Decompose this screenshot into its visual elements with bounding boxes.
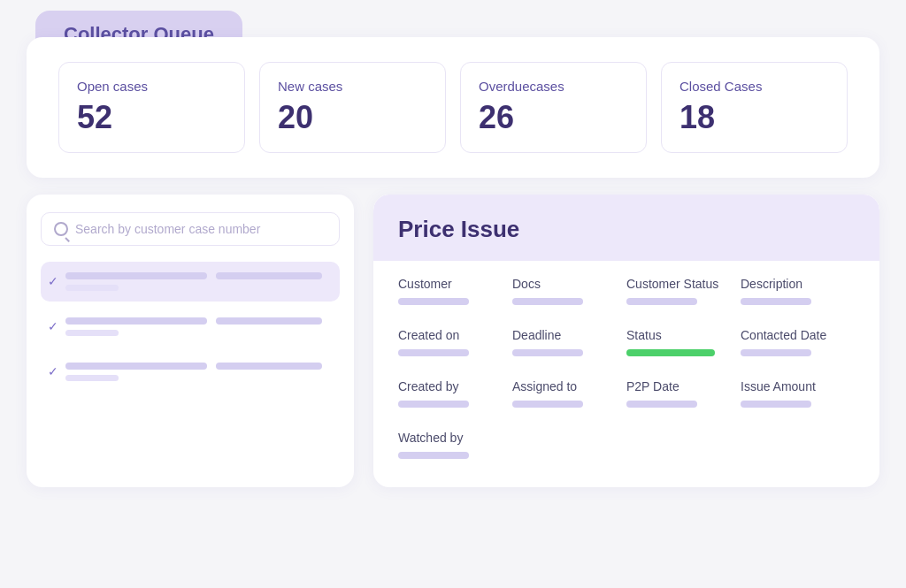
stat-item: New cases 20 [259,62,446,153]
detail-cell [626,415,741,466]
detail-cell: Customer Status [626,261,741,312]
detail-cell: Created on [398,312,512,363]
detail-field-label: Watched by [398,431,512,445]
list-item[interactable]: ✓ [41,352,340,392]
stat-item: Overduecases 26 [460,62,647,153]
detail-field-value [741,298,811,305]
detail-field-label: Docs [512,277,626,291]
detail-field-label: Customer [398,277,512,291]
stat-label: New cases [278,79,427,94]
detail-cell: Docs [512,261,626,312]
detail-cell: Issue Amount [741,363,855,415]
detail-field-label: Contacted Date [741,328,855,342]
stat-label: Overduecases [479,79,628,94]
line-bar-title [65,272,207,279]
stat-value: 20 [278,99,427,136]
stat-label: Closed Cases [680,79,829,94]
detail-field-label: Issue Amount [741,379,855,393]
list-lines [65,272,333,291]
detail-field-value [398,452,469,459]
search-icon [54,222,68,236]
stat-value: 52 [77,99,226,136]
detail-field-label: Deadline [512,328,626,342]
detail-cell: Watched by [398,415,512,466]
detail-cell: Description [741,261,855,312]
checkmark-icon: ✓ [48,364,58,378]
bottom-panels: Search by customer case number ✓ ✓ [27,195,879,487]
stat-value: 18 [680,99,829,136]
detail-cell [741,415,855,466]
search-placeholder: Search by customer case number [75,222,260,236]
detail-cell: P2P Date [626,363,741,415]
detail-cell: Deadline [512,312,626,363]
detail-field-value [398,298,469,305]
detail-field-label: P2P Date [626,379,741,393]
line-bar-secondary [216,272,322,279]
detail-cell: Status [626,312,741,363]
detail-field-label: Created by [398,379,512,393]
detail-field-value [626,401,697,408]
detail-cell: Created by [398,363,512,415]
detail-grid: Customer Docs Customer Status Descriptio… [373,261,879,466]
line-bar-sub [65,330,119,336]
detail-field-label: Description [741,277,855,291]
detail-field-value [512,349,583,356]
stats-card: Open cases 52 New cases 20 Overduecases … [27,37,879,178]
stat-item: Open cases 52 [58,62,245,153]
detail-field-label: Status [626,328,741,342]
detail-field-value [741,401,811,408]
detail-cell: Assigned to [512,363,626,415]
list-item[interactable]: ✓ [41,307,340,347]
detail-title: Price Issue [398,216,855,243]
detail-field-label: Created on [398,328,512,342]
stat-value: 26 [479,99,628,136]
detail-cell [512,415,626,466]
detail-field-value [398,349,469,356]
detail-field-value [512,298,583,305]
detail-field-value [741,349,811,356]
detail-field-value [398,401,469,408]
line-bar-sub [65,375,119,381]
line-bar-secondary [216,317,322,325]
list-lines [65,363,333,381]
list-container: ✓ ✓ ✓ [41,262,340,392]
detail-cell: Customer [398,261,512,312]
line-bar-sub [65,285,119,291]
checkmark-icon: ✓ [48,274,58,288]
list-item[interactable]: ✓ [41,262,340,302]
line-bar-title [65,317,207,325]
line-bar-title [65,363,207,370]
detail-header: Price Issue [373,195,879,261]
stat-label: Open cases [77,79,226,94]
right-panel: Price Issue Customer Docs Customer Statu… [373,195,879,487]
search-bar[interactable]: Search by customer case number [41,212,340,246]
line-bar-secondary [216,363,322,370]
detail-cell: Contacted Date [741,312,855,363]
detail-field-label: Customer Status [626,277,741,291]
left-panel: Search by customer case number ✓ ✓ [27,195,354,487]
detail-field-label: Assigned to [512,379,626,393]
detail-field-value [626,349,715,356]
stat-item: Closed Cases 18 [661,62,848,153]
checkmark-icon: ✓ [48,319,58,333]
detail-field-value [626,298,697,305]
list-lines [65,317,333,336]
detail-field-value [512,401,583,408]
